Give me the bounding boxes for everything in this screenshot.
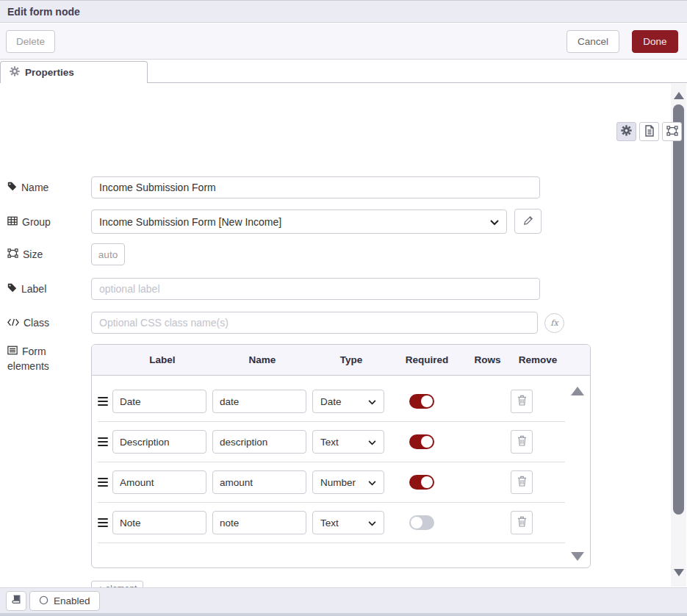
pencil-icon (523, 215, 533, 228)
element-label-input[interactable] (112, 470, 206, 494)
class-field-label-text: Class (24, 317, 49, 329)
table-icon (7, 216, 18, 228)
scroll-down-arrow[interactable] (674, 569, 684, 576)
size-button[interactable]: auto (91, 243, 125, 265)
delete-element-button[interactable] (511, 430, 533, 454)
form-element-row: Date (98, 382, 565, 422)
class-field-label: Class (7, 312, 87, 334)
appearance-tab-button[interactable] (662, 122, 682, 141)
drag-handle-icon[interactable] (98, 397, 112, 406)
element-name-input[interactable] (212, 511, 306, 534)
element-type-select[interactable]: Text (312, 430, 384, 454)
col-header-label: Label (112, 354, 212, 365)
size-field-label-text: Size (23, 248, 43, 260)
dialog-footer: Enabled (0, 587, 687, 614)
properties-panel: Name Group Income Submission Form [New I… (0, 83, 687, 587)
element-label-input[interactable] (112, 511, 206, 534)
chevron-down-icon (490, 216, 499, 228)
form-elements-table-header: Label Name Type Required Rows Remove (92, 345, 590, 376)
group-select[interactable]: Income Submission Form [New Income] (91, 209, 507, 234)
group-field-label: Group (7, 209, 87, 234)
group-select-value: Income Submission Form [New Income] (99, 216, 490, 228)
element-label-input[interactable] (112, 390, 206, 413)
required-toggle[interactable] (409, 434, 434, 449)
drag-handle-icon[interactable] (98, 518, 112, 527)
element-type-select[interactable]: Date (312, 390, 384, 413)
label-field-label-text: Label (21, 283, 46, 295)
name-input[interactable] (91, 176, 540, 198)
form-elements-label-line1: Form (22, 344, 46, 359)
cancel-button[interactable]: Cancel (566, 30, 619, 53)
table-scroll-down-arrow[interactable] (571, 552, 584, 561)
properties-tab-button[interactable] (616, 122, 636, 141)
element-type-select[interactable]: Number (312, 470, 384, 494)
trash-icon (517, 435, 527, 448)
trash-icon (517, 395, 527, 408)
tag-icon (7, 182, 17, 193)
enabled-toggle-button[interactable]: Enabled (29, 591, 100, 611)
expression-fx-button[interactable]: fx (544, 313, 564, 333)
label-input[interactable] (91, 278, 540, 300)
delete-element-button[interactable] (511, 511, 533, 534)
col-header-name: Name (212, 354, 312, 365)
col-header-rows: Rows (464, 354, 511, 365)
code-icon (7, 317, 19, 329)
element-type-select[interactable]: Text (312, 511, 384, 534)
required-toggle[interactable] (409, 394, 434, 409)
form-element-row: Text (98, 503, 565, 543)
required-toggle[interactable] (409, 475, 434, 490)
dialog-header: Edit form node (0, 1, 687, 23)
toggle-knob (421, 436, 433, 448)
label-field-label: Label (7, 278, 87, 300)
scrollbar-thumb[interactable] (673, 104, 684, 515)
element-name-input[interactable] (212, 470, 306, 494)
enabled-label: Enabled (54, 595, 90, 606)
gear-icon (621, 125, 632, 138)
chevron-down-icon (368, 477, 376, 488)
chevron-down-icon (368, 396, 376, 407)
required-toggle[interactable] (409, 515, 434, 530)
delete-element-button[interactable] (511, 390, 533, 413)
scroll-up-arrow[interactable] (674, 92, 684, 99)
class-input[interactable] (91, 312, 538, 334)
drag-handle-icon[interactable] (98, 478, 112, 487)
book-icon (11, 595, 21, 607)
name-field-label-text: Name (21, 182, 48, 193)
element-type-value: Number (320, 477, 368, 488)
size-box-icon (7, 248, 18, 260)
document-icon (644, 125, 655, 139)
delete-element-button[interactable] (511, 470, 533, 494)
element-name-input[interactable] (212, 430, 306, 454)
list-icon (7, 344, 18, 359)
node-help-button[interactable] (6, 591, 26, 611)
description-tab-button[interactable] (639, 122, 659, 141)
delete-button[interactable]: Delete (6, 30, 55, 53)
form-elements-label-line2: elements (7, 359, 49, 373)
dialog-title: Edit form node (7, 6, 80, 18)
form-elements-table: Label Name Type Required Rows Remove Dat… (91, 344, 591, 568)
table-scroll-up-arrow[interactable] (571, 387, 584, 395)
name-field-label: Name (7, 176, 87, 198)
element-name-input[interactable] (212, 390, 306, 413)
element-type-value: Text (320, 437, 368, 448)
action-bar: Delete Cancel Done (0, 24, 687, 60)
done-button[interactable]: Done (632, 30, 678, 53)
toggle-knob (411, 517, 422, 529)
edit-group-button[interactable] (514, 209, 542, 234)
group-field-label-text: Group (22, 216, 51, 228)
element-type-value: Text (320, 517, 368, 529)
tab-properties[interactable]: Properties (0, 61, 148, 83)
form-elements-field-label: Form elements (7, 344, 87, 373)
tab-properties-label: Properties (25, 67, 74, 78)
toggle-knob (421, 395, 433, 407)
vertical-scrollbar (671, 84, 686, 587)
gear-icon (10, 66, 20, 79)
element-label-input[interactable] (112, 430, 206, 454)
element-type-value: Date (320, 396, 368, 407)
circle-icon (39, 595, 48, 607)
appearance-icon (666, 126, 678, 138)
form-elements-table-body: Date Text (92, 376, 590, 568)
chevron-down-icon (368, 437, 376, 448)
drag-handle-icon[interactable] (98, 437, 112, 446)
chevron-down-icon (368, 517, 376, 529)
